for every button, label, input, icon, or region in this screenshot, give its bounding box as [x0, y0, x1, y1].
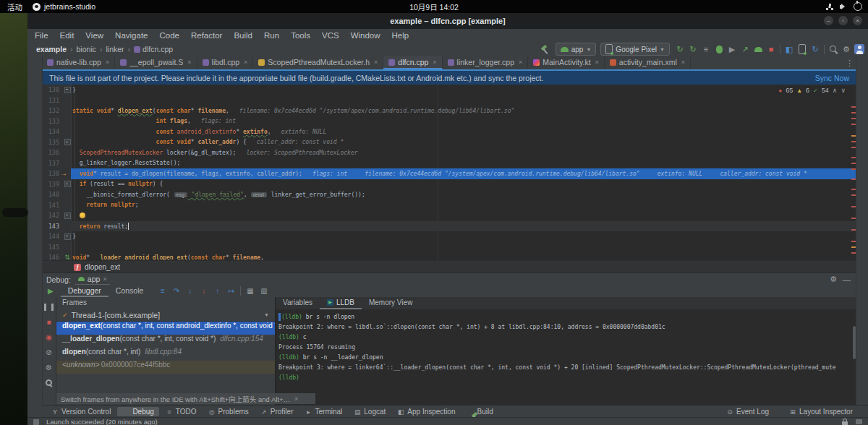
- next-problem-icon[interactable]: ∨: [841, 87, 846, 94]
- toolwindow-button-app-inspection[interactable]: ◧App Inspection: [392, 407, 460, 416]
- fold-region[interactable]: [62, 87, 72, 93]
- status-grid-icon[interactable]: [33, 419, 39, 425]
- menu-run[interactable]: Run: [264, 31, 279, 40]
- profiler-icon[interactable]: ↗: [739, 43, 751, 55]
- tab-ScopedPthreadMutexLocker.h[interactable]: ScopedPthreadMutexLocker.h×: [253, 56, 383, 69]
- menu-navigate[interactable]: Navigate: [115, 31, 148, 40]
- pause-icon[interactable]: [44, 302, 54, 312]
- fold-marker-icon[interactable]: [64, 87, 71, 93]
- more-tabs-icon[interactable]: ⋮: [846, 56, 856, 69]
- fold-marker-icon[interactable]: [64, 233, 71, 240]
- menu-refactor[interactable]: Refactor: [191, 31, 222, 40]
- step-into-icon[interactable]: ↓: [184, 286, 196, 296]
- tab-native-lib.cpp[interactable]: native-lib.cpp×: [42, 56, 115, 69]
- menu-build[interactable]: Build: [234, 31, 252, 40]
- console-tab-variables[interactable]: Variables: [276, 297, 320, 309]
- prev-problem-icon[interactable]: ∧: [833, 87, 838, 94]
- clock[interactable]: 10月9日 14:02: [0, 1, 868, 12]
- apply-changes-icon[interactable]: ↻: [674, 43, 686, 55]
- device-dropdown[interactable]: Google Pixel ▼: [600, 43, 670, 56]
- breadcrumb-item[interactable]: example: [36, 45, 67, 53]
- menu-code[interactable]: Code: [159, 31, 179, 40]
- debug-session-tab[interactable]: app ×: [75, 273, 110, 286]
- inspections-widget[interactable]: ● 65 ▲ 6 ✓ 54 ∧ ∨: [776, 86, 848, 95]
- debug-tab-debugger[interactable]: Debugger: [61, 285, 109, 297]
- view-as-table-icon[interactable]: ▦: [244, 286, 256, 296]
- thread-selector[interactable]: ✓ Thread-1-[com.k.example] ▼: [56, 309, 275, 322]
- tab-MainActivity.kt[interactable]: MainActivity.kt×: [528, 56, 605, 69]
- window-titlebar[interactable]: example – dlfcn.cpp [example] –▫×: [27, 13, 868, 29]
- tab-__epoll_pwait.S[interactable]: __epoll_pwait.S×: [115, 56, 197, 69]
- close-icon[interactable]: ×: [595, 59, 599, 66]
- maximize-button[interactable]: ▫: [838, 16, 848, 25]
- close-icon[interactable]: ×: [106, 59, 109, 66]
- console-tab-lldb[interactable]: ▶LLDB: [320, 297, 362, 309]
- breadcrumb-file[interactable]: dlfcn.cpp: [134, 45, 173, 53]
- tab-dlfcn.cpp[interactable]: dlfcn.cpp×: [383, 56, 442, 69]
- stop-icon[interactable]: ■: [765, 43, 777, 55]
- intention-bulb-icon[interactable]: [80, 212, 85, 218]
- stack-frame-row[interactable]: __loader_dlopen(const char *, int, const…: [56, 335, 275, 348]
- tab-activity_main.xml[interactable]: activity_main.xml×: [605, 56, 691, 69]
- menu-file[interactable]: File: [35, 31, 48, 40]
- run-to-cursor-icon[interactable]: ↦: [225, 286, 237, 296]
- lldb-console-output[interactable]: (lldb) br s -n dlopenBreakpoint 2: where…: [276, 309, 856, 382]
- close-icon[interactable]: ×: [244, 59, 247, 66]
- debug-tab-console[interactable]: Console: [109, 285, 151, 297]
- activities-button[interactable]: 活动: [7, 1, 22, 12]
- build-hammer-icon[interactable]: [540, 43, 551, 55]
- toolwindow-button-problems[interactable]: ◎Problems: [203, 407, 254, 416]
- fold-region[interactable]: ⇅: [62, 254, 72, 260]
- menu-window[interactable]: Window: [351, 31, 380, 40]
- close-icon[interactable]: ×: [374, 59, 378, 66]
- lock-icon[interactable]: [842, 421, 848, 425]
- fold-region[interactable]: [62, 212, 72, 219]
- fold-region[interactable]: [62, 139, 72, 145]
- attach-profiler-icon[interactable]: ◧: [783, 43, 795, 55]
- breadcrumb-item[interactable]: linker: [106, 45, 124, 53]
- device-explorer-icon[interactable]: [796, 43, 808, 55]
- minimize-button[interactable]: –: [824, 16, 833, 25]
- close-icon[interactable]: ×: [433, 59, 436, 66]
- settings-gear-icon[interactable]: ⚙: [841, 43, 852, 55]
- toolwindow-button-profiler[interactable]: ↗Profiler: [255, 407, 299, 416]
- system-tray[interactable]: [826, 0, 862, 13]
- fold-region[interactable]: [62, 181, 72, 187]
- run-configuration-dropdown[interactable]: app ▼: [556, 43, 597, 56]
- view-breakpoints-icon[interactable]: ◉: [44, 332, 54, 342]
- close-icon[interactable]: ×: [519, 59, 522, 66]
- fold-marker-icon[interactable]: [64, 212, 71, 219]
- current-function-label[interactable]: dlopen_ext: [85, 263, 120, 271]
- notifications-icon[interactable]: [856, 419, 862, 424]
- menu-vcs[interactable]: VCS: [322, 31, 339, 40]
- pin-icon[interactable]: [44, 378, 54, 387]
- toolwindow-button-debug[interactable]: Debug: [117, 407, 158, 416]
- fold-marker-icon[interactable]: [64, 181, 71, 187]
- menu-tools[interactable]: Tools: [291, 31, 310, 40]
- menu-view[interactable]: View: [85, 31, 103, 40]
- profile-avatar[interactable]: [854, 43, 865, 55]
- close-icon[interactable]: ×: [187, 59, 191, 66]
- minimize-toolwindow-icon[interactable]: —: [843, 275, 851, 284]
- console-tab-memory-view[interactable]: Memory View: [362, 297, 420, 309]
- force-step-into-icon[interactable]: ↓: [197, 286, 210, 296]
- stack-frame-row[interactable]: <unknown>0x0000007ce44f5bbc: [56, 361, 275, 374]
- code-editor[interactable]: 130}131132static void* dlopen_ext(const …: [42, 85, 856, 260]
- toolwindow-button-layout-inspector[interactable]: ⊞Layout Inspector: [784, 407, 858, 416]
- settings-gear-icon[interactable]: ⚙: [44, 363, 54, 372]
- debug-app-icon[interactable]: [713, 43, 725, 55]
- search-everywhere-icon[interactable]: [827, 43, 839, 55]
- tab-libdl.cpp[interactable]: libdl.cpp×: [197, 56, 254, 69]
- toolwindow-button-logcat[interactable]: ▤Logcat: [349, 407, 391, 416]
- restore-layout-icon[interactable]: ▥: [258, 286, 270, 296]
- menu-edit[interactable]: Edit: [60, 31, 75, 40]
- step-out-icon[interactable]: ↑: [211, 286, 224, 296]
- status-message[interactable]: Launch succeeded (20 minutes ago): [46, 418, 158, 425]
- stop-icon[interactable]: ■: [44, 317, 54, 327]
- stack-frame-row[interactable]: dlopen_ext(const char *, int, const andr…: [56, 322, 275, 335]
- attach-debugger-to-process-icon[interactable]: ▶: [726, 43, 738, 55]
- run-configurations-icon[interactable]: ≡: [700, 43, 712, 55]
- sync-project-icon[interactable]: ↻: [809, 43, 821, 55]
- close-icon[interactable]: ×: [681, 59, 685, 66]
- mute-breakpoints-icon[interactable]: ⊘: [44, 348, 54, 357]
